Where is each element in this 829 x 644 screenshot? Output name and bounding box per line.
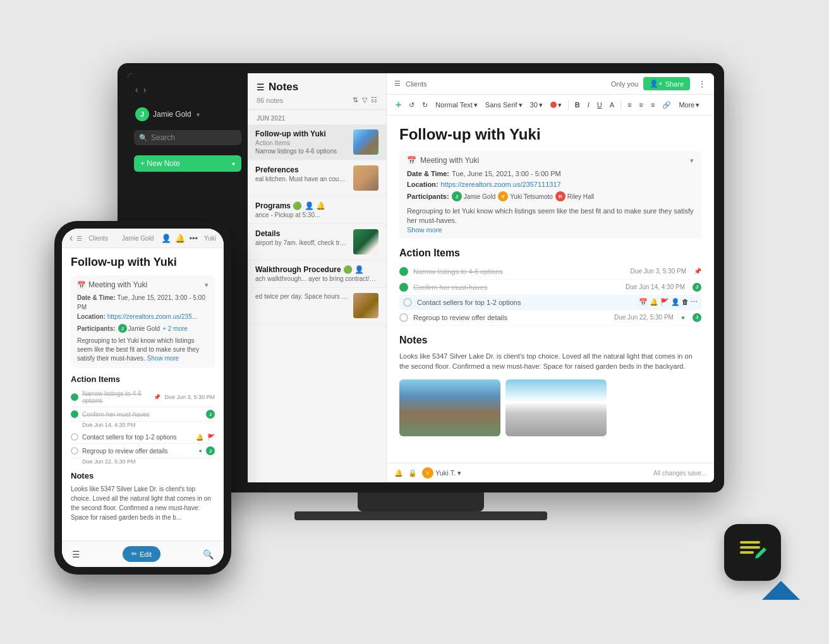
filter-button[interactable]: ▽ <box>362 96 367 104</box>
trash-icon[interactable]: 🗑 <box>682 298 689 306</box>
notes-list-panel: ☰ Notes 86 notes ⇅ ▽ ☷ <box>248 73 387 482</box>
underline-button[interactable]: U <box>595 100 605 110</box>
phone-action-item: Regroup to review offer details ● J <box>71 444 215 458</box>
italic-button[interactable]: I <box>585 100 592 110</box>
font-dropdown[interactable]: Sans Serif▾ <box>483 100 525 110</box>
note-title: Follow-up with Yuki <box>255 129 348 138</box>
user-row[interactable]: J Jamie Gold ▾ <box>128 104 248 125</box>
phone-edit-button[interactable]: ✏ Edit <box>123 546 160 562</box>
phone-task-checkbox[interactable] <box>71 410 78 418</box>
undo-button[interactable]: ↺ <box>406 100 417 110</box>
person-icon[interactable]: 👤 <box>671 298 680 306</box>
breadcrumb: Clients <box>406 80 427 88</box>
note-thumbnail <box>353 293 378 318</box>
location-link[interactable]: https://zerealtors.zoom.us/2357111317 <box>441 181 561 188</box>
meeting-expand-button[interactable]: ▾ <box>690 157 694 165</box>
note-preview: Narrow listings to 4-6 options <box>255 148 348 155</box>
note-item[interactable]: ed twice per day. Space hours apart. Ple… <box>248 288 386 324</box>
bullet-list-button[interactable]: ≡ <box>625 100 634 110</box>
phone-menu-icon[interactable]: ☰ <box>72 549 80 559</box>
bold-button[interactable]: B <box>572 100 583 110</box>
participant-jamie: J Jamie Gold <box>452 191 496 201</box>
action-due: Due Jun 3, 5:30 PM <box>631 268 686 275</box>
action-item: Narrow listings to 4-6 options Due Jun 3… <box>399 264 701 280</box>
new-note-button[interactable]: + New Note ▾ <box>134 155 241 172</box>
lock-footer-icon[interactable]: 🔒 <box>408 469 417 477</box>
footer-user[interactable]: Y Yuki T. ▾ <box>422 467 461 479</box>
phone-more-icon[interactable]: ••• <box>189 234 198 243</box>
editor-toolbar: + ↺ ↻ Normal Text▾ Sans Serif▾ 30▾ <box>387 95 714 116</box>
phone-bell-task-icon[interactable]: 🔔 <box>196 434 203 441</box>
numbered-list-button[interactable]: ≡ <box>637 100 646 110</box>
note-main-title: Follow-up with Yuki <box>399 126 701 143</box>
phone-back-button[interactable]: ‹ <box>70 232 73 244</box>
show-more-button[interactable]: Show more <box>407 226 442 234</box>
phone-search-icon[interactable]: 🔍 <box>203 549 214 559</box>
phone-breadcrumb: Clients <box>88 235 108 242</box>
note-thumbnail <box>353 229 378 254</box>
task-list-button[interactable]: ≡ <box>648 100 657 110</box>
phone-assignee-badge: J <box>206 410 215 419</box>
note-item[interactable]: Walkthrough Procedure 🟢 👤 ach walkthroug… <box>248 260 386 288</box>
nav-back-icon[interactable]: ‹ <box>135 85 138 95</box>
add-button[interactable]: + <box>393 98 404 112</box>
note-item[interactable]: Details airport by 7am. ikeoff, check tr… <box>248 224 386 260</box>
phone-task-checkbox[interactable] <box>71 447 78 455</box>
link-button[interactable]: 🔗 <box>660 100 674 110</box>
task-checkbox[interactable] <box>399 267 408 276</box>
note-item[interactable]: Follow-up with Yuki Action Items Narrow … <box>248 124 386 160</box>
more-options-button[interactable]: ⋮ <box>698 79 706 89</box>
assignee-badge: J <box>693 283 701 292</box>
phone-expand-icon[interactable]: ▾ <box>205 281 209 289</box>
phone-date-label: Date & Time: <box>77 294 116 301</box>
note-editor: ☰ Clients Only you 👤+ Share ⋮ + <box>387 73 714 482</box>
date-value: Tue, June 15, 2021, 3:00 - 5:00 PM <box>452 170 561 177</box>
note-item[interactable]: Programs 🟢 👤 🔔 ance - Pickup at 5:30... <box>248 196 386 224</box>
phone-action-text: Regroup to review offer details <box>82 448 195 455</box>
new-note-dropdown-icon[interactable]: ▾ <box>232 160 235 167</box>
phone-more-participants[interactable]: + 2 more <box>162 325 188 332</box>
bell-footer-icon[interactable]: 🔔 <box>394 469 403 477</box>
phone-task-checkbox[interactable] <box>71 393 78 401</box>
notes-count: 86 notes <box>257 97 283 104</box>
notes-header: ☰ Notes 86 notes ⇅ ▽ ☷ <box>248 73 386 110</box>
redo-button[interactable]: ↻ <box>420 100 430 110</box>
phone-show-more[interactable]: Show more <box>147 355 179 362</box>
phone-action-text: Confirm her must-haves <box>82 411 202 418</box>
bell-icon[interactable]: 🔔 <box>650 298 658 306</box>
font-size-dropdown[interactable]: 30▾ <box>528 100 545 110</box>
phone-location-label: Location: <box>77 313 106 320</box>
nav-forward-icon[interactable]: › <box>143 85 147 95</box>
more-dropdown[interactable]: More▾ <box>676 100 702 110</box>
more-icon[interactable]: ⋯ <box>691 298 698 306</box>
phone-notes-title: Notes <box>71 471 215 480</box>
flag-icon[interactable]: 🚩 <box>660 298 669 306</box>
note-item[interactable]: Preferences eal kitchen. Must have an co… <box>248 160 386 196</box>
sharing-status: Only you <box>611 80 638 88</box>
task-checkbox[interactable] <box>399 313 408 322</box>
phone-bell-icon[interactable]: 🔔 <box>175 234 185 243</box>
notes-title: Notes <box>269 81 298 93</box>
phone-location-url[interactable]: https://zerealtors.zoom.us/235... <box>107 313 197 320</box>
text-style-dropdown[interactable]: Normal Text▾ <box>433 100 480 110</box>
highlight-button[interactable]: A <box>607 100 617 110</box>
calendar-icon[interactable]: 📅 <box>639 298 648 306</box>
phone-note-title: Follow-up with Yuki <box>71 256 215 269</box>
new-note-label: + New Note <box>140 159 180 168</box>
share-button[interactable]: 👤+ Share <box>643 77 690 90</box>
phone-user-icon[interactable]: 👤 <box>161 234 171 243</box>
search-bar[interactable]: 🔍 Search <box>134 130 241 145</box>
phone-notes-text: Looks like 5347 Silver Lake Dr. is clien… <box>71 484 215 522</box>
phone-flag-icon[interactable]: 🚩 <box>207 434 215 441</box>
phone-task-checkbox[interactable] <box>71 433 78 441</box>
task-checkbox[interactable] <box>403 298 412 307</box>
meeting-info-box: 📅 Meeting with Yuki ▾ Date & Time: Tue, … <box>399 151 701 239</box>
sort-button[interactable]: ⇅ <box>353 96 358 104</box>
search-icon: 🔍 <box>139 134 148 142</box>
action-due: Due Jun 22, 5:30 PM <box>614 314 674 321</box>
color-picker[interactable]: ▾ <box>548 100 564 110</box>
phone-due-note2: Due Jun 22, 5:30 PM <box>82 458 215 465</box>
view-button[interactable]: ☷ <box>371 96 377 104</box>
task-checkbox[interactable] <box>399 283 408 292</box>
notes-icon: ☰ <box>257 82 265 92</box>
